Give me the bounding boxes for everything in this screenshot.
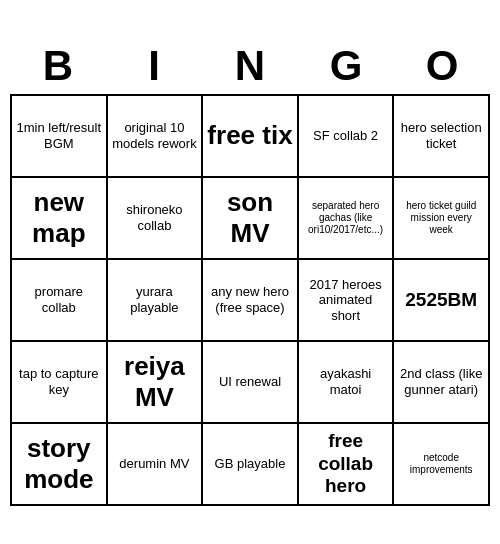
cell-4-0: story mode <box>12 424 108 506</box>
cell-4-3: free collab hero <box>299 424 395 506</box>
cell-0-1: original 10 models rework <box>108 96 204 178</box>
cell-0-3: SF collab 2 <box>299 96 395 178</box>
bingo-grid: 1min left/result BGMoriginal 10 models r… <box>10 94 490 506</box>
cell-2-0: promare collab <box>12 260 108 342</box>
cell-3-4: 2nd class (like gunner atari) <box>394 342 490 424</box>
cell-1-3: separated hero gachas (like ori10/2017/e… <box>299 178 395 260</box>
title-letter: I <box>114 42 194 90</box>
cell-3-2: UI renewal <box>203 342 299 424</box>
cell-0-0: 1min left/result BGM <box>12 96 108 178</box>
cell-2-2: any new hero (free space) <box>203 260 299 342</box>
title-letter: O <box>402 42 482 90</box>
cell-1-0: new map <box>12 178 108 260</box>
cell-2-1: yurara playable <box>108 260 204 342</box>
cell-1-2: son MV <box>203 178 299 260</box>
cell-2-4: 2525BM <box>394 260 490 342</box>
title-letter: N <box>210 42 290 90</box>
cell-3-1: reiya MV <box>108 342 204 424</box>
title-letter: G <box>306 42 386 90</box>
cell-4-1: derumin MV <box>108 424 204 506</box>
cell-1-4: hero ticket guild mission every week <box>394 178 490 260</box>
cell-4-4: netcode improvements <box>394 424 490 506</box>
title-letter: B <box>18 42 98 90</box>
cell-0-2: free tix <box>203 96 299 178</box>
cell-0-4: hero selection ticket <box>394 96 490 178</box>
cell-3-3: ayakashi matoi <box>299 342 395 424</box>
cell-4-2: GB playable <box>203 424 299 506</box>
cell-1-1: shironeko collab <box>108 178 204 260</box>
bingo-card: BINGO 1min left/result BGMoriginal 10 mo… <box>10 38 490 506</box>
bingo-title: BINGO <box>10 38 490 94</box>
cell-3-0: tap to capture key <box>12 342 108 424</box>
cell-2-3: 2017 heroes animated short <box>299 260 395 342</box>
